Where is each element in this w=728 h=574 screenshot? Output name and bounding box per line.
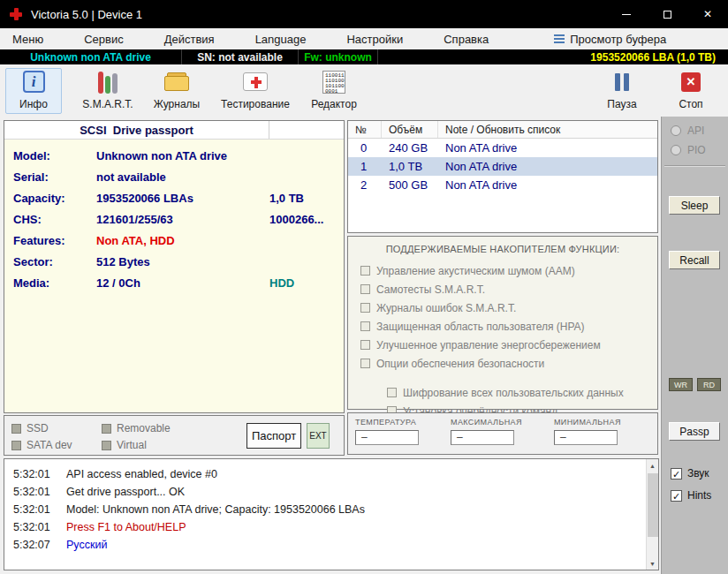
editor-tab-button[interactable]: 1100111101001011000001 Редактор: [306, 68, 362, 114]
menu-bar: Меню Сервис Действия Language Настройки …: [0, 28, 728, 49]
temperature-max-value: –: [451, 430, 514, 445]
maximize-button[interactable]: [647, 0, 687, 28]
rd-button[interactable]: RD: [697, 378, 721, 391]
device-list: № Объём Note / Обновить список 0 240 GB …: [347, 120, 658, 233]
temperature-current-value: –: [355, 430, 419, 445]
power-mgmt-checkbox-box: [360, 340, 370, 350]
log-scrollbar[interactable]: ▲ ▼: [646, 459, 658, 570]
radio-api[interactable]: API: [671, 125, 704, 137]
folder-icon: [164, 72, 189, 92]
device-row-0[interactable]: 0 240 GB Non ATA drive: [348, 139, 657, 157]
log-line: 5:32:01 API access enabled, device #0: [4, 465, 658, 483]
security-checkbox-box: [360, 359, 370, 368]
title-bar: Victoria 5.0 | Device 1 ✕: [0, 0, 728, 28]
testing-tab-label: Тестирование: [221, 98, 290, 110]
api-radio-circle: [671, 125, 681, 136]
minimize-icon: [622, 14, 631, 15]
device-row-1-selected[interactable]: 1 1,0 TB Non ATA drive: [348, 157, 657, 176]
passport-row-features: Features: Non ATA, HDD: [4, 230, 344, 252]
info-tab-button[interactable]: i Инфо: [5, 68, 62, 114]
passport-footer: SSD SATA dev Removable Virtual Паспорт E…: [4, 415, 345, 456]
drive-passport-panel: SCSI Drive passport Model: Unknown non A…: [4, 120, 345, 413]
strip-model: Unknown non ATA drive: [0, 49, 182, 64]
passport-row-serial: Serial: not available: [4, 167, 344, 188]
log-line-help-hint: 5:32:01 Press F1 to About/HELP: [4, 518, 658, 536]
smart-logs-checkbox-box: [360, 303, 370, 313]
smart-tab-button[interactable]: S.M.A.R.T.: [80, 68, 136, 114]
minimize-button[interactable]: [606, 0, 647, 28]
scroll-down-icon[interactable]: ▼: [647, 557, 658, 570]
menu-item-menu[interactable]: Меню: [2, 33, 54, 46]
scroll-thumb[interactable]: [648, 473, 658, 537]
selftests-checkbox-box: [360, 284, 370, 294]
menu-item-service[interactable]: Сервис: [73, 33, 134, 46]
passport-row-model: Model: Unknown non ATA drive: [4, 146, 344, 167]
editor-tab-label: Редактор: [311, 98, 357, 110]
passport-row-media: Media: 12 / 0Ch HDD: [4, 273, 344, 294]
function-smart-logs: Журналы ошибок S.M.A.R.T.: [348, 298, 657, 317]
menu-item-settings[interactable]: Настройки: [336, 33, 413, 46]
col-note-refresh[interactable]: Note / Обновить список: [438, 121, 657, 138]
strip-serial: SN: not available: [182, 49, 299, 64]
russian-language-link[interactable]: Русский: [66, 539, 107, 551]
window-title: Victoria 5.0 | Device 1: [31, 8, 142, 21]
journals-tab-label: Журналы: [154, 98, 200, 110]
col-number[interactable]: №: [348, 121, 382, 138]
col-size[interactable]: Объём: [382, 121, 438, 138]
menu-item-actions[interactable]: Действия: [154, 33, 225, 46]
stop-button[interactable]: ✕ Стоп: [663, 68, 719, 114]
checkbox-removable[interactable]: Removable: [102, 422, 171, 434]
supported-functions-panel: ПОДДЕРЖИВАЕМЫЕ НАКОПИТЕЛЕМ ФУНКЦИИ: Упра…: [347, 236, 658, 410]
sound-checkbox[interactable]: ✓ Звук: [671, 467, 709, 480]
sleep-button[interactable]: Sleep: [669, 196, 720, 215]
scroll-up-icon[interactable]: ▲: [647, 459, 658, 472]
temperature-panel: ТЕМПЕРАТУРА – МАКСИМАЛЬНАЯ – МИНИМАЛЬНАЯ…: [347, 412, 658, 455]
hex-editor-icon: 1100111101001011000001: [322, 71, 345, 94]
functions-title: ПОДДЕРЖИВАЕМЫЕ НАКОПИТЕЛЕМ ФУНКЦИИ:: [348, 244, 657, 254]
menu-item-language[interactable]: Language: [245, 33, 317, 46]
close-button[interactable]: ✕: [687, 0, 728, 28]
passport-row-capacity: Capacity: 1953520066 LBAs 1,0 TB: [4, 188, 344, 209]
testing-tab-button[interactable]: Тестирование: [217, 68, 293, 114]
device-row-2[interactable]: 2 500 GB Non ATA drive: [348, 176, 657, 194]
right-sidebar: API PIO Sleep Recall WR RD Passp ✓ Звук …: [661, 117, 728, 574]
smart-icon: [98, 71, 118, 94]
strip-firmware: Fw: unknown: [299, 49, 378, 64]
passport-header-title: SCSI Drive passport: [4, 121, 269, 139]
wr-button[interactable]: WR: [669, 378, 693, 391]
recall-button[interactable]: Recall: [669, 251, 720, 269]
aam-checkbox-box: [360, 266, 370, 276]
pause-button[interactable]: Пауза: [594, 68, 650, 114]
passport-refresh-button[interactable]: Паспорт: [246, 423, 301, 449]
hints-check-icon: ✓: [671, 490, 682, 502]
temperature-current: ТЕМПЕРАТУРА –: [355, 418, 419, 454]
radio-pio[interactable]: PIO: [671, 144, 706, 156]
encryption-checkbox-box: [387, 388, 397, 397]
drive-info-strip: Unknown non ATA drive SN: not available …: [0, 49, 728, 64]
buffer-list-icon: [554, 34, 565, 43]
log-line-language-link: 5:32:07 Русский: [4, 536, 658, 554]
log-line: 5:32:01 Model: Unknown non ATA drive; Ca…: [4, 501, 658, 518]
ssd-checkbox-box: [11, 424, 21, 434]
pause-label: Пауза: [607, 98, 636, 110]
virtual-checkbox-box: [102, 441, 111, 450]
journals-tab-button[interactable]: Журналы: [148, 68, 205, 114]
checkbox-virtual[interactable]: Virtual: [102, 439, 147, 451]
passport-row-sector: Sector: 512 Bytes: [4, 252, 344, 273]
hints-checkbox[interactable]: ✓ Hints: [671, 489, 711, 502]
sidebar-separator: [664, 165, 725, 167]
sound-check-icon: ✓: [671, 468, 682, 480]
strip-capacity: 1953520066 LBA (1,0 TB): [378, 49, 728, 64]
checkbox-sata-dev[interactable]: SATA dev: [11, 439, 72, 451]
temperature-min: МИНИМАЛЬНАЯ –: [554, 418, 621, 454]
ext-button[interactable]: EXT: [307, 423, 330, 449]
hpa-checkbox-box: [360, 321, 370, 331]
buffer-view-button[interactable]: Просмотр буфера: [554, 33, 666, 46]
temperature-min-value: –: [554, 430, 618, 445]
sata-checkbox-box: [11, 441, 21, 450]
passp-button[interactable]: Passp: [669, 422, 720, 441]
function-aam: Управление акустическим шумом (AAM): [348, 261, 657, 280]
victoria-window: Victoria 5.0 | Device 1 ✕ Меню Сервис Де…: [0, 0, 728, 574]
checkbox-ssd[interactable]: SSD: [11, 422, 49, 434]
menu-item-help[interactable]: Справка: [433, 33, 499, 46]
